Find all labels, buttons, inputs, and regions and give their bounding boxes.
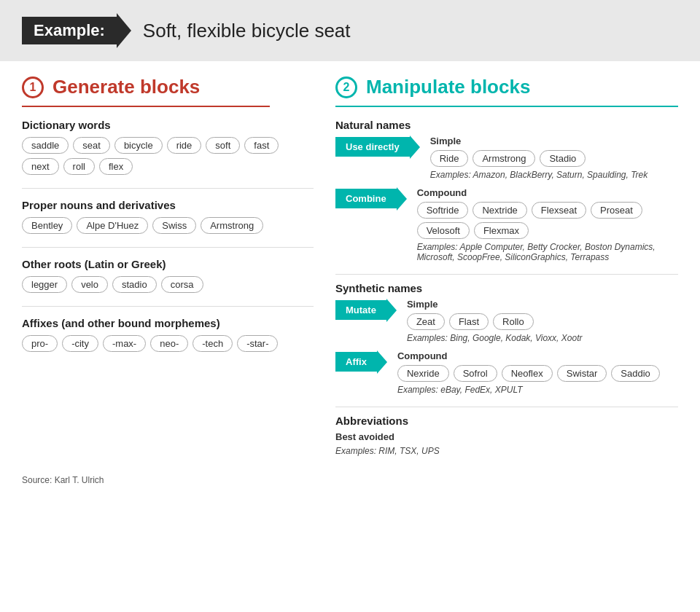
right-divider-2	[335, 274, 678, 275]
tag-swiss: Swiss	[152, 217, 196, 234]
tag-next: next	[22, 158, 59, 175]
synthetic-compound-content: Compound Nexride Sofrol Neoflex Swistar …	[397, 350, 678, 399]
main-content: 1 Generate blocks Dictionary words saddl…	[0, 61, 700, 468]
divider-3	[22, 306, 314, 307]
dictionary-title: Dictionary words	[22, 119, 314, 131]
left-divider	[22, 106, 270, 107]
synthetic-names-section: Synthetic names Mutate Simple Zeat Flast…	[335, 282, 678, 399]
left-column: 1 Generate blocks Dictionary words saddl…	[22, 76, 314, 460]
compound-tags-row1: Softride Nextride Flexseat Proseat	[417, 202, 678, 219]
left-section-heading: 1 Generate blocks	[22, 76, 314, 98]
header-arrow-icon	[117, 13, 131, 48]
affixes-tags: pro- -city -max- neo- -tech -star-	[22, 335, 314, 352]
divider-2	[22, 247, 314, 248]
tag-bicycle: bicycle	[114, 137, 163, 154]
header-title: Soft, flexible bicycle seat	[143, 20, 351, 42]
use-directly-btn-wrap: Use directly	[335, 136, 423, 157]
tag-alpe-d-huez: Alpe D'Huez	[77, 217, 148, 234]
proper-nouns-title: Proper nouns and derivatives	[22, 199, 314, 211]
synthetic-compound-tags: Nexride Sofrol Neoflex Swistar Saddio	[397, 365, 678, 382]
compound-content: Compound Softride Nextride Flexseat Pros…	[417, 187, 678, 267]
abbreviations-section: Abbreviations Best avoided Examples: RIM…	[335, 415, 678, 456]
tag-armstrong-simple: Armstrong	[472, 150, 535, 167]
affix-button[interactable]: Affix	[335, 352, 377, 372]
synthetic-compound-examples: Examples: eBay, FedEx, XPULT	[397, 385, 678, 395]
tag-flexmax: Flexmax	[474, 222, 529, 239]
tag-neo: neo-	[150, 335, 188, 352]
abbreviations-examples: Examples: RIM, TSX, UPS	[335, 446, 678, 456]
synthetic-simple-content: Simple Zeat Flast Rollo Examples: Bing, …	[407, 299, 678, 348]
affix-btn-wrap: Affix	[335, 350, 390, 372]
tag-saddle: saddle	[22, 137, 69, 154]
tag-stadio-simple: Stadio	[540, 150, 586, 167]
natural-names-section: Natural names Use directly Simple Ride A…	[335, 119, 678, 267]
tag-velo: velo	[71, 276, 108, 293]
tag-softride: Softride	[417, 202, 469, 219]
synthetic-simple-tags: Zeat Flast Rollo	[407, 313, 678, 330]
step-2-circle: 2	[335, 76, 357, 98]
use-directly-button[interactable]: Use directly	[335, 137, 410, 157]
compound-subtitle: Compound	[417, 187, 678, 198]
tag-corsa: corsa	[161, 276, 203, 293]
simple-content: Simple Ride Armstrong Stadio Examples: A…	[430, 136, 678, 184]
simple-arrow-row: Use directly Simple Ride Armstrong Stadi…	[335, 136, 678, 184]
tag-bentley: Bentley	[22, 217, 72, 234]
combine-button[interactable]: Combine	[335, 189, 397, 208]
tag-armstrong: Armstrong	[201, 217, 263, 234]
compound-arrow-row: Combine Compound Softride Nextride Flexs…	[335, 187, 678, 267]
combine-btn-wrap: Combine	[335, 187, 410, 208]
other-roots-tags: legger velo stadio corsa	[22, 276, 314, 293]
right-divider	[335, 106, 678, 107]
tag-flex: flex	[99, 158, 133, 175]
mutate-arrow-row: Mutate Simple Zeat Flast Rollo Examples:…	[335, 299, 678, 348]
tag-ride: Ride	[430, 150, 469, 167]
dictionary-tags: saddle seat bicycle ride soft fast next …	[22, 137, 314, 175]
tag-rollo: Rollo	[493, 313, 534, 330]
tag-legger: legger	[22, 276, 67, 293]
tag-swistar: Swistar	[557, 365, 607, 382]
compound-examples: Examples: Apple Computer, Betty Crocker,…	[417, 242, 678, 262]
tag-flast: Flast	[449, 313, 489, 330]
tag-flexseat: Flexseat	[532, 202, 586, 219]
abbreviations-subtitle: Best avoided	[335, 431, 678, 442]
left-section-title: Generate blocks	[52, 76, 200, 98]
synthetic-names-title: Synthetic names	[335, 282, 678, 294]
tag-stadio: stadio	[112, 276, 157, 293]
tag-zeat: Zeat	[407, 313, 445, 330]
synthetic-compound-subtitle: Compound	[397, 350, 678, 361]
simple-subtitle: Simple	[430, 136, 678, 146]
tag-sofrol: Sofrol	[454, 365, 497, 382]
tag-nexride: Nexride	[397, 365, 449, 382]
simple-tags: Ride Armstrong Stadio	[430, 150, 678, 167]
affix-arrow-row: Affix Compound Nexride Sofrol Neoflex Sw…	[335, 350, 678, 399]
tag-fast: fast	[244, 137, 279, 154]
other-roots-title: Other roots (Latin or Greek)	[22, 258, 314, 270]
tag-velosoft: Velosoft	[417, 222, 470, 239]
right-column: 2 Manipulate blocks Natural names Use di…	[314, 76, 678, 460]
other-roots-block: Other roots (Latin or Greek) legger velo…	[22, 258, 314, 293]
affixes-title: Affixes (and other bound morphemes)	[22, 317, 314, 329]
right-section-heading: 2 Manipulate blocks	[335, 76, 678, 98]
source-text: Source: Karl T. Ulrich	[22, 475, 104, 485]
compound-tags-row2: Velosoft Flexmax	[417, 222, 678, 239]
right-section-title: Manipulate blocks	[366, 76, 530, 98]
synthetic-simple-subtitle: Simple	[407, 299, 678, 310]
tag-soft: soft	[206, 137, 240, 154]
footer: Source: Karl T. Ulrich	[0, 468, 700, 493]
tag-proseat: Proseat	[591, 202, 642, 219]
mutate-button[interactable]: Mutate	[335, 300, 386, 320]
divider-1	[22, 188, 314, 189]
mutate-btn-wrap: Mutate	[335, 299, 400, 320]
example-label: Example:	[22, 17, 117, 44]
tag-nextride: Nextride	[472, 202, 526, 219]
proper-nouns-tags: Bentley Alpe D'Huez Swiss Armstrong	[22, 217, 314, 234]
tag-seat: seat	[73, 137, 110, 154]
tag-pro: pro-	[22, 335, 58, 352]
tag-roll: roll	[63, 158, 95, 175]
tag-saddio: Saddio	[611, 365, 659, 382]
affixes-block: Affixes (and other bound morphemes) pro-…	[22, 317, 314, 352]
proper-nouns-block: Proper nouns and derivatives Bentley Alp…	[22, 199, 314, 234]
tag-neoflex: Neoflex	[502, 365, 553, 382]
tag-tech: -tech	[192, 335, 233, 352]
header: Example: Soft, flexible bicycle seat	[0, 0, 700, 61]
